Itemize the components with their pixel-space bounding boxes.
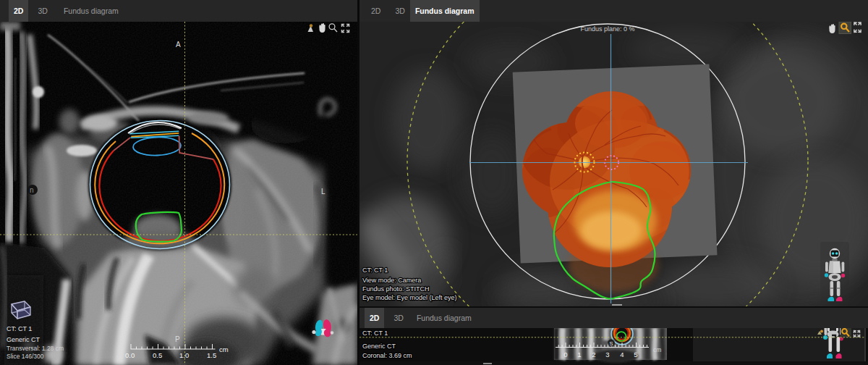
svg-text:1.0: 1.0 [179, 351, 189, 359]
svg-text:3: 3 [605, 351, 609, 358]
svg-text:1.5: 1.5 [207, 351, 216, 359]
svg-text:A: A [176, 41, 181, 49]
svg-text:Fundus plane: 0 %: Fundus plane: 0 % [580, 25, 634, 33]
svg-text:Eye model: Eye model (Left eye: Eye model: Eye model (Left eye) [362, 294, 457, 301]
svg-text:5: 5 [634, 351, 637, 358]
svg-text:P: P [175, 335, 180, 343]
svg-text:0: 0 [563, 351, 567, 358]
svg-text:Slice 146/300: Slice 146/300 [7, 353, 44, 360]
svg-text:0.0: 0.0 [125, 351, 135, 359]
svg-text:S: S [609, 340, 613, 347]
svg-text:Fundus photo: STITCH: Fundus photo: STITCH [362, 285, 430, 293]
svg-text:View mode: Camera: View mode: Camera [362, 277, 421, 284]
svg-text:cm: cm [219, 345, 229, 353]
svg-text:cm: cm [653, 346, 661, 353]
svg-text:4: 4 [620, 351, 624, 358]
svg-text:0.5: 0.5 [153, 351, 162, 359]
svg-text:Coronal: 3.69 cm: Coronal: 3.69 cm [362, 352, 412, 359]
svg-text:L: L [321, 188, 326, 196]
svg-text:Generic CT: Generic CT [7, 336, 41, 343]
svg-text:1: 1 [577, 351, 581, 358]
svg-text:Transversal: 1.28 cm: Transversal: 1.28 cm [7, 345, 64, 352]
svg-text:2: 2 [592, 351, 595, 358]
svg-text:CT: CT 1: CT: CT 1 [7, 325, 32, 332]
svg-text:CT: CT 1: CT: CT 1 [362, 267, 388, 274]
svg-text:n: n [30, 186, 34, 194]
svg-text:Generic CT: Generic CT [362, 343, 396, 350]
svg-text:CT: CT 1: CT: CT 1 [362, 330, 388, 337]
